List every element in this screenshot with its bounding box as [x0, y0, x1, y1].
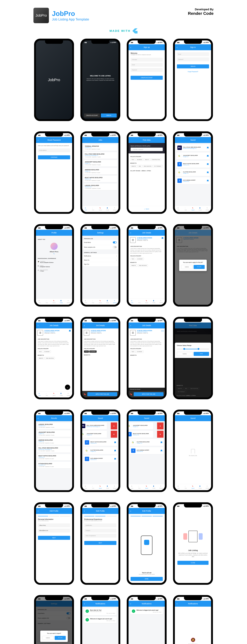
tab-saved[interactable]: 🔖Saved	[143, 299, 150, 305]
chip[interactable]: ECONOMY	[89, 350, 97, 353]
tab-profile[interactable]: 👤Profile	[58, 299, 65, 305]
saved-card[interactable]: fREACT NATIVE DEVELOPERFacebook Inc	[129, 431, 153, 438]
results-list[interactable]: LARAVEL DEVELOPERiTransition LLC© 10 Jun…	[36, 421, 72, 490]
chip[interactable]: ECONOMY	[43, 350, 51, 353]
tab-jobs[interactable]: ▤Jobs	[82, 484, 89, 490]
confirm-button[interactable]: I'M SURE	[55, 636, 66, 640]
saved-card[interactable]: RCFULL STACK WEB DEVELOPERRenderCode Tec…	[176, 144, 210, 151]
tab-find[interactable]: ⌕Find	[89, 299, 97, 305]
tab-jobs[interactable]: ▤Jobs	[175, 484, 182, 490]
bookmark-icon[interactable]	[114, 450, 116, 452]
saved-card[interactable]: fDATA MINING EXPERTFacebook Inc	[83, 456, 117, 462]
apply-button[interactable]: APPLY FOR THIS JOB	[134, 392, 164, 396]
tab-find[interactable]: ⌕Find	[136, 484, 143, 490]
saved-card[interactable]: FLUTTER DEVELOPERGoogle LLC	[83, 447, 117, 454]
bookmark-icon[interactable]	[161, 450, 162, 452]
tab-find[interactable]: ⌕Find	[136, 299, 143, 305]
saved-card[interactable]: fREACT NATIVE DEVELOPERFacebook Inc	[83, 439, 117, 446]
back-icon[interactable]: ‹	[38, 324, 38, 327]
job-card[interactable]: REACT NATIVE DEVELOPERFacebook Inc© 8 Ju…	[37, 454, 71, 460]
saved-card[interactable]: JAVASCRIPT DEVELOPERGoogle LLC	[176, 152, 210, 160]
saved-card[interactable]: FLUTTER DEVELOPERGoogle LLC	[176, 169, 210, 176]
salary-slider[interactable]	[177, 349, 209, 349]
tab-saved[interactable]: 🔖Saved	[97, 299, 104, 305]
next-button[interactable]: NEXT	[38, 536, 70, 540]
fullname-input[interactable]: Full name	[131, 58, 163, 62]
job-card[interactable]: PYTHON DEVELOPERiTransition LLC© 8 June …	[37, 462, 71, 468]
signout-row[interactable]: Sign Out	[82, 262, 118, 266]
saved-card[interactable]: fDATA MINING EXPERTFacebook Inc	[176, 177, 210, 184]
tab-jobs[interactable]: ▤Jobs	[82, 206, 89, 212]
sign-in-button[interactable]: SIGN IN	[101, 114, 117, 118]
apply-button[interactable]: APPLY FOR THIS JOB	[87, 392, 117, 396]
tab-settings[interactable]: ⚙Settings	[204, 206, 211, 212]
tab-saved[interactable]: 🔖Saved	[189, 484, 197, 490]
bookmark-icon[interactable]	[207, 147, 209, 149]
forgot-password-link[interactable]: Forgot Password?	[177, 71, 209, 72]
chip[interactable]: PAID VACATION	[138, 264, 148, 267]
create-account-button[interactable]: CREATE ACCOUNT	[84, 114, 100, 118]
job-card[interactable]: FULL STACK WEB DEVELOPERRenderCode Techn…	[37, 446, 71, 452]
saved-card[interactable]: RCFULL STACK WEB DEVELOPERRenderCode Tec…	[82, 422, 107, 430]
tab-settings[interactable]: ⚙Settings	[65, 299, 72, 305]
continue-button[interactable]: CONTINUE	[38, 155, 70, 159]
email-alerts-row[interactable]: Email Alerts	[82, 240, 118, 245]
back-icon[interactable]: ‹	[38, 417, 38, 420]
tab-saved[interactable]: 🔖Saved	[97, 484, 104, 490]
back-icon[interactable]: ‹	[130, 46, 131, 49]
chip[interactable]: CONSTRUCTION	[150, 158, 161, 161]
email-input[interactable]: Email address	[38, 148, 70, 152]
create-account-button[interactable]: CREATE ACCOUNT	[131, 76, 163, 80]
tab-settings[interactable]: ⚙Settings	[158, 299, 165, 305]
bookmark-icon[interactable]: 🔖	[83, 393, 86, 396]
job-card[interactable]: FULL STACK WEB DEVELOPERRenderCode Techn…	[83, 152, 117, 159]
chip[interactable]: REMOTE	[130, 165, 137, 168]
tab-saved[interactable]: 🔖Saved	[97, 206, 104, 212]
tab-saved[interactable]: 🔖Saved	[50, 299, 58, 305]
bookmark-icon[interactable]	[207, 163, 209, 165]
tab-settings[interactable]: ⚙Settings	[204, 484, 211, 490]
scroll-down-fab[interactable]: ⌄	[65, 384, 70, 390]
tab-find[interactable]: ⌕Find	[182, 206, 189, 212]
back-icon[interactable]: ‹	[130, 510, 131, 512]
saved-card[interactable]: fDATA MINING EXPERTFacebook Inc	[130, 447, 164, 454]
delete-button[interactable]: 🗑	[157, 422, 164, 430]
cancel-button[interactable]: CANCEL	[177, 352, 193, 356]
tab-settings[interactable]: ⚙Settings	[111, 484, 118, 490]
notifications-row[interactable]: Notifications›	[82, 254, 118, 258]
job-card[interactable]: ANDROID DEVELOPERGoogle LLC© 8 June 2020…	[83, 168, 117, 174]
job-card[interactable]: LARAVEL DEVELOPERiTransition LLC© 10 Jun…	[83, 184, 117, 190]
back-icon[interactable]: ‹	[177, 46, 177, 49]
chip[interactable]: BUSINESS	[136, 158, 143, 161]
bookmark-icon[interactable]	[114, 442, 116, 443]
tab-profile[interactable]: 👤Profile	[150, 299, 157, 305]
chip[interactable]: PAID VACATION	[45, 357, 55, 360]
saved-card[interactable]: FLUTTER DEVELOPERGoogle LLC	[130, 439, 164, 446]
about-row[interactable]: About Us›	[82, 258, 118, 262]
chip[interactable]: ECONOMY	[136, 258, 144, 260]
tab-profile[interactable]: 👤Profile	[104, 299, 111, 305]
next-button[interactable]: NEXT	[84, 541, 116, 545]
tab-profile[interactable]: 👤Profile	[197, 484, 204, 490]
tab-jobs[interactable]: ▤Jobs	[36, 392, 43, 398]
tab-find[interactable]: ⌕Find	[43, 392, 50, 398]
back-icon[interactable]: ‹	[38, 510, 38, 512]
tab-jobs[interactable]: ▤Jobs	[82, 299, 89, 305]
done-button[interactable]: DONE	[131, 577, 163, 581]
jobs-list[interactable]: TERMINAL OPERATORiTransition LLC© 8 June…	[82, 143, 118, 206]
bookmark-icon[interactable]	[207, 155, 209, 157]
delete-button[interactable]: 🗑	[157, 431, 164, 438]
tab-find[interactable]: ⌕Find	[43, 299, 50, 305]
tab-saved[interactable]: 🔖Saved	[143, 484, 150, 490]
notification-card[interactable]: ✓ Welcome to biggest job search app!Wed,…	[84, 616, 117, 623]
tab-settings[interactable]: ⚙Settings	[111, 299, 118, 305]
back-icon[interactable]: ‹	[84, 324, 85, 327]
chip[interactable]: 401K	[137, 165, 142, 168]
tab-profile[interactable]: 👤Profile	[197, 206, 204, 212]
done-button[interactable]: DONE	[194, 352, 209, 356]
tab-profile[interactable]: 👤Profile	[104, 484, 111, 490]
bookmark-icon[interactable]	[207, 180, 209, 182]
chip[interactable]: TECH	[38, 350, 43, 353]
back-icon[interactable]: ‹	[130, 324, 131, 327]
chip[interactable]: TECH	[130, 158, 135, 161]
